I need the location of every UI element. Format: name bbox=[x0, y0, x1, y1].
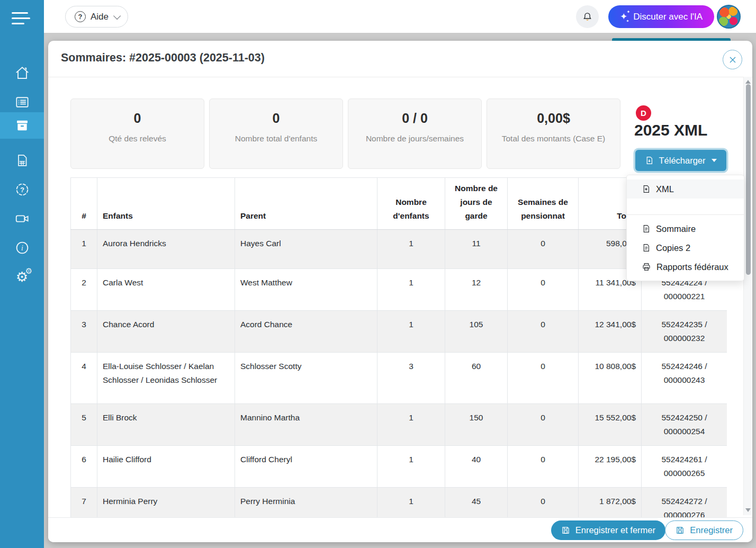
cell-num: 7 bbox=[71, 488, 97, 518]
col-header-parent: Parent bbox=[235, 178, 377, 230]
cell-parent: Hayes Carl bbox=[235, 230, 377, 269]
cell-num: 1 bbox=[71, 230, 97, 269]
cell-jours: 12 bbox=[445, 269, 508, 311]
aide-label: Aide bbox=[91, 12, 109, 22]
chat-ai-button[interactable]: ✦✦✦ Discuter avec l'IA bbox=[608, 5, 714, 28]
cell-semaines: 0 bbox=[508, 230, 579, 269]
menu-item-rapports[interactable]: Rapports fédéraux bbox=[627, 257, 744, 276]
sidebar-item-home[interactable] bbox=[0, 59, 44, 87]
menu-item-label: Sommaire bbox=[656, 224, 696, 234]
cell-num: 6 bbox=[71, 446, 97, 488]
cell-semaines: 0 bbox=[508, 488, 579, 518]
cell-num: 4 bbox=[71, 353, 97, 404]
cell-nb-enfants: 1 bbox=[377, 269, 445, 311]
avatar[interactable] bbox=[717, 5, 741, 29]
menu-item-xml[interactable]: XML bbox=[627, 179, 744, 199]
bell-icon bbox=[582, 11, 593, 23]
download-menu: XML Sommaire Copies 2 Rapports fédéraux bbox=[626, 175, 744, 281]
sidebar-item-settings[interactable]: ⚙⚙ bbox=[0, 263, 44, 291]
cell-releve: 552424246 / 000000243 bbox=[642, 353, 727, 404]
download-button[interactable]: Télécharger bbox=[635, 150, 726, 171]
sidebar-item-help[interactable]: ? bbox=[0, 176, 44, 203]
stat-label: Qté des relevés bbox=[80, 132, 194, 145]
stat-card-jours: 0 / 0 Nombre de jours/semaines bbox=[348, 98, 482, 169]
cell-enfants: Chance Acord bbox=[97, 311, 235, 353]
cell-parent: Clifford Cheryl bbox=[235, 446, 377, 488]
table-row[interactable]: 5 Elli Brock Mannino Martha 1 150 0 15 5… bbox=[71, 404, 727, 446]
download-label: Télécharger bbox=[659, 156, 705, 166]
document-icon bbox=[642, 224, 651, 233]
save-icon bbox=[561, 526, 570, 535]
sidebar-item-video[interactable] bbox=[0, 205, 44, 232]
video-icon bbox=[14, 211, 31, 227]
cell-jours: 60 bbox=[445, 353, 508, 404]
cell-nb-enfants: 1 bbox=[377, 311, 445, 353]
menu-divider bbox=[627, 214, 744, 215]
cell-total: 12 341,00$ bbox=[579, 311, 642, 353]
col-header-num: # bbox=[71, 178, 97, 230]
table-row[interactable]: 6 Hailie Clifford Clifford Cheryl 1 40 0… bbox=[71, 446, 727, 488]
divider bbox=[48, 77, 752, 77]
cell-enfants: Aurora Hendricks bbox=[97, 230, 235, 269]
settings-gears-icon: ⚙⚙ bbox=[16, 270, 28, 284]
sidebar-item-archive[interactable] bbox=[0, 112, 44, 139]
table-row[interactable]: 7 Herminia Perry Perry Herminia 1 45 0 1… bbox=[71, 488, 727, 518]
scroll-up-arrow[interactable] bbox=[745, 80, 751, 84]
cell-releve: 552424250 / 000000254 bbox=[642, 404, 727, 446]
menu-item-label: Rapports fédéraux bbox=[656, 262, 728, 272]
cell-nb-enfants: 1 bbox=[377, 404, 445, 446]
svg-text:i: i bbox=[21, 244, 23, 252]
caret-down-icon bbox=[712, 159, 717, 162]
list-icon bbox=[14, 94, 30, 110]
chat-ai-label: Discuter avec l'IA bbox=[633, 12, 703, 22]
close-button[interactable] bbox=[723, 50, 742, 69]
stat-label: Total des montants (Case E) bbox=[497, 132, 610, 145]
menu-item-sommaire[interactable]: Sommaire bbox=[627, 219, 744, 238]
col-header-nb-enfants: Nombre d'enfants bbox=[377, 178, 445, 230]
cell-jours: 150 bbox=[445, 404, 508, 446]
invoices-icon bbox=[15, 152, 30, 168]
cell-jours: 105 bbox=[445, 311, 508, 353]
cell-enfants: Elli Brock bbox=[97, 404, 235, 446]
sidebar-item-info[interactable]: i bbox=[0, 234, 44, 262]
help-circle-icon: ? bbox=[75, 11, 86, 22]
table-row[interactable]: 3 Chance Acord Acord Chance 1 105 0 12 3… bbox=[71, 311, 727, 353]
cell-enfants: Carla West bbox=[97, 269, 235, 311]
cell-num: 5 bbox=[71, 404, 97, 446]
aide-dropdown-button[interactable]: ? Aide bbox=[65, 6, 128, 28]
stat-value: 0,00$ bbox=[497, 111, 610, 126]
stat-value: 0 bbox=[80, 111, 194, 126]
scroll-down-arrow[interactable] bbox=[745, 508, 751, 512]
save-and-close-label: Enregistrer et fermer bbox=[575, 525, 655, 535]
cell-enfants: Hailie Clifford bbox=[97, 446, 235, 488]
topbar: ? Aide ✦✦✦ Discuter avec l'IA bbox=[44, 0, 756, 33]
stat-cards: 0 Qté des relevés 0 Nombre total d'enfan… bbox=[70, 98, 620, 169]
stat-card-enfants: 0 Nombre total d'enfants bbox=[209, 98, 343, 169]
save-and-close-button[interactable]: Enregistrer et fermer bbox=[551, 520, 665, 540]
cell-total: 10 808,00$ bbox=[579, 353, 642, 404]
cell-num: 2 bbox=[71, 269, 97, 311]
notifications-button[interactable] bbox=[576, 5, 599, 28]
cell-nb-enfants: 3 bbox=[377, 353, 445, 404]
menu-icon[interactable] bbox=[12, 12, 32, 26]
save-button[interactable]: Enregistrer bbox=[665, 520, 743, 540]
cell-parent: Perry Herminia bbox=[235, 488, 377, 518]
modal-scrollbar[interactable] bbox=[743, 77, 752, 515]
sidebar-item-invoices[interactable] bbox=[0, 147, 44, 174]
save-icon bbox=[676, 526, 685, 535]
stat-label: Nombre de jours/semaines bbox=[358, 132, 472, 145]
archive-icon bbox=[14, 117, 31, 134]
cell-parent: Schlosser Scotty bbox=[235, 353, 377, 404]
cell-releve: 552424261 / 000000265 bbox=[642, 446, 727, 488]
scrollbar-thumb[interactable] bbox=[746, 84, 751, 275]
cell-nb-enfants: 1 bbox=[377, 230, 445, 269]
modal-footer: Enregistrer et fermer Enregistrer bbox=[48, 517, 752, 542]
table-row[interactable]: 4 Ella-Louise Schlosser / Kaelan Schloss… bbox=[71, 353, 727, 404]
printer-icon bbox=[642, 262, 651, 272]
stat-card-montants: 0,00$ Total des montants (Case E) bbox=[487, 98, 620, 169]
cell-total: 1 872,00$ bbox=[579, 488, 642, 518]
cell-enfants: Ella-Louise Schlosser / Kaelan Schlosser… bbox=[97, 353, 235, 404]
sparkles-icon: ✦✦✦ bbox=[620, 12, 627, 21]
svg-text:?: ? bbox=[20, 186, 24, 194]
menu-item-copies[interactable]: Copies 2 bbox=[627, 238, 744, 257]
